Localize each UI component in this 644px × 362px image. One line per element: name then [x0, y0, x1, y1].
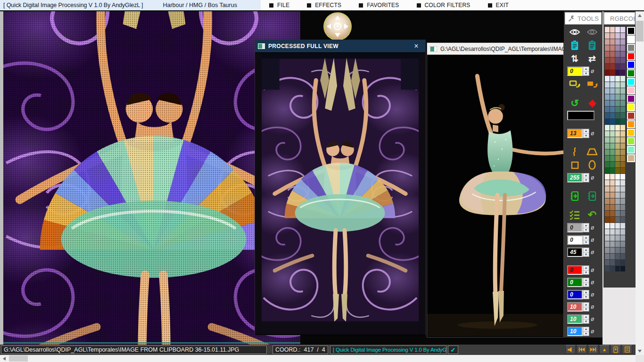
param3-spinner-value[interactable]: 45: [567, 247, 583, 257]
color-swatch[interactable]: [605, 174, 610, 180]
color-swatch[interactable]: [605, 217, 610, 222]
basic-color-swatch[interactable]: [627, 120, 635, 128]
spinner-up-icon[interactable]: ▲: [583, 327, 589, 332]
color-swatch[interactable]: [615, 39, 620, 45]
basic-color-swatch[interactable]: [627, 52, 635, 60]
color-swatch[interactable]: [615, 82, 620, 88]
color-swatch[interactable]: [605, 27, 610, 33]
color-swatch[interactable]: [610, 205, 615, 210]
menu-favorites[interactable]: FAVORITES: [359, 2, 399, 8]
color-swatch[interactable]: [610, 260, 615, 265]
color-swatch[interactable]: [615, 107, 620, 112]
menu-file[interactable]: FILE: [269, 2, 289, 8]
color-swatch[interactable]: [605, 131, 610, 137]
color-swatch[interactable]: [615, 180, 620, 186]
color-swatch[interactable]: [620, 82, 625, 88]
color-swatch[interactable]: [615, 64, 620, 69]
green-spinner-value[interactable]: 0: [567, 278, 583, 287]
color-swatch[interactable]: [610, 58, 615, 63]
color-swatch[interactable]: [610, 174, 615, 180]
color-swatch[interactable]: [605, 211, 610, 216]
color-swatch[interactable]: [620, 119, 625, 124]
color-swatch[interactable]: [615, 88, 620, 94]
nav-right-icon[interactable]: [344, 24, 348, 29]
spinner-down-icon[interactable]: ▼: [583, 228, 589, 232]
color-swatch[interactable]: [605, 107, 610, 112]
previous-image-button[interactable]: [577, 345, 587, 354]
spinner-up-icon[interactable]: ▲: [583, 236, 589, 240]
color-swatch[interactable]: [620, 247, 625, 253]
diamond-icon[interactable]: ◆: [586, 97, 598, 108]
color-swatch[interactable]: [620, 162, 625, 167]
param2-spinner-value[interactable]: 0: [567, 235, 583, 245]
basic-color-swatch[interactable]: [627, 137, 635, 145]
color-swatch[interactable]: [605, 229, 610, 235]
vertical-scrollbar[interactable]: [636, 11, 644, 355]
color-swatch[interactable]: [615, 131, 620, 137]
spinner-up-icon[interactable]: ▲: [583, 248, 589, 253]
color-swatch[interactable]: [610, 186, 615, 192]
alpha-spinner-value[interactable]: 255: [567, 173, 583, 182]
nav-down-icon[interactable]: [335, 33, 340, 37]
color-swatch[interactable]: [615, 266, 620, 272]
scroll-down-icon[interactable]: [636, 347, 644, 355]
color-swatch[interactable]: [615, 27, 620, 33]
color-swatch[interactable]: [610, 192, 615, 198]
color-swatch[interactable]: [620, 156, 625, 161]
color-swatch[interactable]: [615, 156, 620, 161]
zero-reset-label[interactable]: ø: [591, 237, 594, 243]
color-swatch[interactable]: [610, 82, 615, 88]
color-swatch[interactable]: [605, 119, 610, 124]
color-swatch[interactable]: [610, 241, 615, 247]
color-swatch[interactable]: [615, 241, 620, 247]
color-swatch[interactable]: [620, 211, 625, 216]
color-swatch[interactable]: [615, 137, 620, 143]
color-swatch[interactable]: [620, 180, 625, 186]
color-swatch[interactable]: [605, 45, 610, 51]
color-swatch[interactable]: [605, 192, 610, 198]
spinner-down-icon[interactable]: ▼: [583, 134, 589, 138]
red-spinner-value[interactable]: 0: [567, 265, 583, 275]
basic-color-swatch[interactable]: [627, 44, 635, 52]
color-swatch[interactable]: [615, 119, 620, 124]
spinner-down-icon[interactable]: ▼: [583, 240, 589, 245]
original-titlebar[interactable]: G:\AGL\Desarrollos\QDIP_AGL\Temporales\I…: [427, 43, 563, 55]
color-swatch[interactable]: [610, 247, 615, 253]
zero-reset-label[interactable]: ø: [591, 68, 594, 74]
nav-center-icon[interactable]: [334, 23, 341, 30]
spinner-up-icon[interactable]: ▲: [583, 315, 589, 320]
color-swatch[interactable]: [620, 241, 625, 247]
color-preview-swatch[interactable]: [567, 111, 594, 120]
color-swatch[interactable]: [620, 27, 625, 33]
color-swatch[interactable]: [605, 64, 610, 69]
navigation-pad[interactable]: [323, 12, 352, 41]
color-swatch[interactable]: [610, 223, 615, 229]
color-swatch[interactable]: [615, 186, 620, 192]
spinner-down-icon[interactable]: ▼: [583, 271, 589, 275]
spinner-up-icon[interactable]: ▲: [583, 173, 589, 178]
nav-up-icon[interactable]: [335, 16, 340, 20]
color-swatch[interactable]: [620, 143, 625, 149]
color-swatch[interactable]: [615, 205, 620, 210]
color-swatch[interactable]: [620, 131, 625, 137]
trapezoid-icon[interactable]: [586, 146, 598, 157]
color-swatch[interactable]: [610, 45, 615, 51]
color-swatch[interactable]: [605, 254, 610, 259]
processed-canvas[interactable]: [255, 52, 425, 335]
color-swatch[interactable]: [605, 33, 610, 39]
menu-exit[interactable]: EXIT: [488, 2, 509, 8]
color-swatch[interactable]: [615, 162, 620, 167]
zero-reset-label[interactable]: ø: [591, 328, 594, 335]
horizontal-scrollbar[interactable]: [0, 355, 636, 362]
color-swatch[interactable]: [615, 125, 620, 131]
color-swatch[interactable]: [605, 260, 610, 265]
color-swatch[interactable]: [615, 235, 620, 241]
color-swatch[interactable]: [610, 168, 615, 173]
color-swatch[interactable]: [615, 168, 620, 173]
basic-color-swatch[interactable]: [627, 154, 635, 162]
color-swatch[interactable]: [610, 51, 615, 57]
color-swatch[interactable]: [605, 143, 610, 149]
color-swatch[interactable]: [610, 27, 615, 33]
color-swatch[interactable]: [610, 162, 615, 167]
param1-spinner-value[interactable]: 0: [567, 223, 583, 232]
